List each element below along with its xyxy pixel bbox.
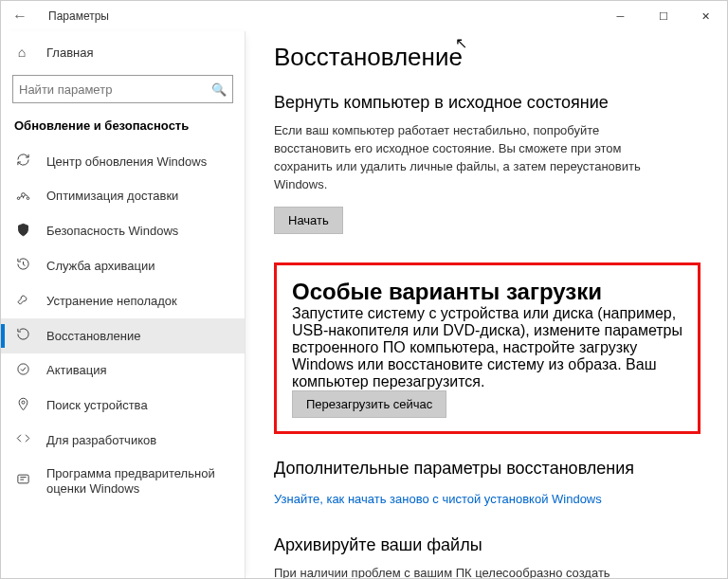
insider-icon bbox=[14, 472, 31, 490]
svg-point-2 bbox=[27, 197, 29, 200]
section-backup-files: Архивируйте ваши файлы При наличии пробл… bbox=[274, 535, 701, 579]
search-field[interactable] bbox=[19, 82, 211, 97]
main-panel: Восстановление Вернуть компьютер в исход… bbox=[246, 31, 727, 579]
activation-icon bbox=[14, 362, 31, 380]
sidebar-item-troubleshoot[interactable]: Устранение неполадок bbox=[1, 283, 245, 318]
home-icon: ⌂ bbox=[12, 45, 31, 60]
sidebar-item-recovery[interactable]: Восстановление bbox=[1, 318, 245, 353]
close-button[interactable]: ✕ bbox=[684, 1, 727, 31]
wrench-icon bbox=[14, 292, 31, 310]
backup-icon bbox=[14, 257, 31, 275]
sync-icon bbox=[14, 153, 31, 171]
sidebar-item-find-device[interactable]: Поиск устройства bbox=[1, 389, 245, 424]
code-icon bbox=[14, 431, 31, 449]
sidebar-item-activation[interactable]: Активация bbox=[1, 353, 245, 389]
sidebar-item-windows-update[interactable]: Центр обновления Windows bbox=[1, 144, 245, 179]
shield-icon bbox=[14, 223, 31, 241]
backup-body: При наличии проблем с вашим ПК целесообр… bbox=[274, 565, 672, 579]
backup-heading: Архивируйте ваши файлы bbox=[274, 535, 701, 555]
maximize-button[interactable]: ☐ bbox=[642, 1, 684, 31]
page-title: Восстановление bbox=[274, 43, 701, 72]
sidebar-item-developers[interactable]: Для разработчиков bbox=[1, 423, 245, 458]
recovery-icon bbox=[14, 327, 31, 345]
reset-button[interactable]: Начать bbox=[274, 207, 343, 234]
minimize-button[interactable]: ─ bbox=[599, 1, 642, 31]
section-reset: Вернуть компьютер в исходное состояние Е… bbox=[274, 93, 701, 234]
svg-point-3 bbox=[17, 364, 27, 374]
restart-now-button[interactable]: Перезагрузить сейчас bbox=[292, 390, 446, 418]
sidebar-item-security[interactable]: Безопасность Windows bbox=[1, 214, 245, 249]
advanced-body: Запустите систему с устройства или диска… bbox=[292, 305, 682, 390]
section-more-recovery: Дополнительные параметры восстановления … bbox=[274, 459, 701, 507]
home-item[interactable]: ⌂ Главная bbox=[1, 39, 245, 65]
section-advanced-startup: Особые варианты загрузки Запустите систе… bbox=[274, 262, 701, 434]
fresh-start-link[interactable]: Узнайте, как начать заново с чистой уста… bbox=[274, 492, 602, 506]
svg-point-1 bbox=[17, 197, 20, 200]
search-input[interactable]: 🔍 bbox=[12, 75, 233, 103]
reset-heading: Вернуть компьютер в исходное состояние bbox=[274, 93, 701, 113]
sidebar-item-backup[interactable]: Служба архивации bbox=[1, 248, 245, 283]
window-title: Параметры bbox=[48, 9, 109, 23]
more-heading: Дополнительные параметры восстановления bbox=[274, 459, 701, 479]
location-icon bbox=[14, 397, 31, 415]
svg-point-4 bbox=[21, 401, 24, 404]
search-icon: 🔍 bbox=[211, 82, 227, 97]
sidebar-item-delivery[interactable]: Оптимизация доставки bbox=[1, 179, 245, 214]
reset-body: Если ваш компьютер работает нестабильно,… bbox=[274, 122, 672, 193]
back-button[interactable]: ← bbox=[9, 8, 31, 25]
delivery-icon bbox=[14, 188, 31, 206]
sidebar-category: Обновление и безопасность bbox=[1, 118, 245, 144]
advanced-heading: Особые варианты загрузки bbox=[292, 279, 682, 305]
svg-rect-5 bbox=[17, 475, 27, 483]
home-label: Главная bbox=[46, 45, 93, 60]
sidebar-item-insider[interactable]: Программа предварительной оценки Windows bbox=[1, 458, 245, 504]
sidebar: ⌂ Главная 🔍 Обновление и безопасность Це… bbox=[1, 31, 246, 579]
